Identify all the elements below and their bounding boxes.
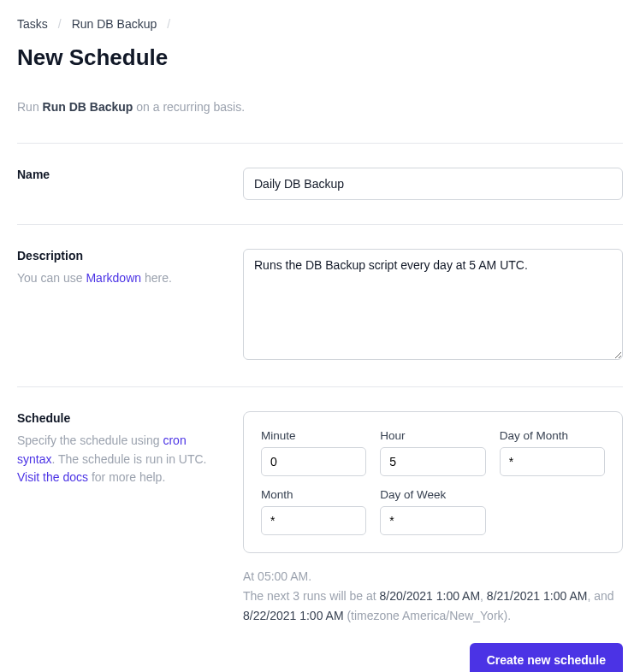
intro-prefix: Run: [17, 100, 43, 114]
markdown-link[interactable]: Markdown: [86, 271, 141, 285]
name-label: Name: [17, 168, 222, 181]
actions: Create new schedule: [243, 643, 623, 672]
schedule-help: Specify the schedule using cron syntax. …: [17, 432, 222, 487]
next-runs-prefix: The next 3 runs will be at: [243, 589, 380, 603]
hour-input[interactable]: [380, 447, 485, 476]
month-label: Month: [261, 488, 366, 501]
next-run-3: 8/22/2021 1:00 AM: [243, 609, 344, 622]
schedule-help-suffix: for more help.: [88, 470, 165, 484]
breadcrumb-task-name[interactable]: Run DB Backup: [72, 17, 157, 31]
schedule-label: Schedule: [17, 411, 222, 425]
schedule-help-prefix: Specify the schedule using: [17, 433, 163, 447]
intro-suffix: on a recurring basis.: [133, 100, 245, 114]
breadcrumb-separator: /: [58, 17, 62, 31]
description-help-prefix: You can use: [17, 271, 86, 285]
day-of-week-label: Day of Week: [380, 488, 485, 501]
day-of-week-input[interactable]: [380, 506, 485, 535]
breadcrumb-tasks[interactable]: Tasks: [17, 17, 48, 31]
breadcrumb-separator: /: [167, 17, 170, 31]
cron-box: Minute Hour Day of Month Month: [243, 411, 623, 553]
intro-task-name: Run DB Backup: [43, 100, 133, 114]
next-runs-sep2: , and: [587, 589, 613, 603]
description-input[interactable]: Runs the DB Backup script every day at 5…: [243, 249, 623, 360]
description-help: You can use Markdown here.: [17, 269, 222, 288]
page-title: New Schedule: [17, 44, 623, 71]
description-label: Description: [17, 249, 222, 262]
month-input[interactable]: [261, 506, 366, 535]
description-help-suffix: here.: [141, 271, 172, 285]
schedule-section: Schedule Specify the schedule using cron…: [17, 386, 623, 672]
minute-input[interactable]: [261, 447, 366, 476]
schedule-at: At 05:00 AM.: [243, 567, 623, 587]
create-schedule-button[interactable]: Create new schedule: [470, 643, 623, 672]
name-section: Name: [17, 143, 623, 224]
hour-label: Hour: [380, 429, 485, 442]
next-runs-sep1: ,: [480, 589, 487, 603]
day-of-month-label: Day of Month: [500, 429, 605, 442]
schedule-summary: At 05:00 AM. The next 3 runs will be at …: [243, 567, 623, 626]
next-run-1: 8/20/2021 1:00 AM: [380, 589, 481, 603]
breadcrumb: Tasks / Run DB Backup /: [17, 17, 623, 31]
name-input[interactable]: [243, 168, 623, 200]
visit-docs-link[interactable]: Visit the docs: [17, 470, 88, 484]
timezone-note: (timezone America/New_York).: [344, 609, 512, 622]
schedule-help-mid: . The schedule is run in UTC.: [51, 452, 206, 466]
description-section: Description You can use Markdown here. R…: [17, 224, 623, 386]
day-of-month-input[interactable]: [500, 447, 605, 476]
intro-text: Run Run DB Backup on a recurring basis.: [17, 100, 623, 114]
next-run-2: 8/21/2021 1:00 AM: [487, 589, 588, 603]
minute-label: Minute: [261, 429, 366, 442]
